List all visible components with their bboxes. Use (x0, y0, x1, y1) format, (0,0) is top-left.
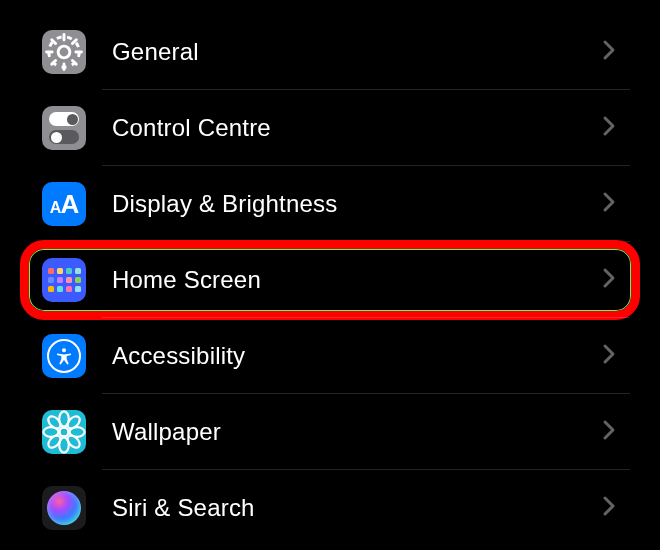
chevron-right-icon (602, 39, 616, 65)
chevron-right-icon (602, 115, 616, 141)
control-centre-icon (42, 106, 86, 150)
gear-icon (42, 30, 86, 74)
row-label: Home Screen (112, 266, 602, 294)
settings-row-general[interactable]: General (30, 14, 630, 90)
accessibility-icon (42, 334, 86, 378)
row-label: Display & Brightness (112, 190, 602, 218)
settings-row-control-centre[interactable]: Control Centre (30, 90, 630, 166)
settings-list: General Control Centre AA (30, 14, 630, 546)
siri-icon (42, 486, 86, 530)
row-label: Siri & Search (112, 494, 602, 522)
flower-icon (42, 410, 86, 454)
svg-point-0 (58, 46, 70, 58)
row-label: Wallpaper (112, 418, 602, 446)
text-size-icon: AA (42, 182, 86, 226)
svg-point-3 (60, 428, 69, 437)
chevron-right-icon (602, 495, 616, 521)
settings-row-wallpaper[interactable]: Wallpaper (30, 394, 630, 470)
row-label: General (112, 38, 602, 66)
row-label: Accessibility (112, 342, 602, 370)
row-label: Control Centre (112, 114, 602, 142)
home-grid-icon (42, 258, 86, 302)
settings-row-display-brightness[interactable]: AA Display & Brightness (30, 166, 630, 242)
settings-row-siri-search[interactable]: Siri & Search (30, 470, 630, 546)
chevron-right-icon (602, 343, 616, 369)
svg-point-2 (62, 348, 66, 352)
chevron-right-icon (602, 419, 616, 445)
chevron-right-icon (602, 267, 616, 293)
settings-row-home-screen[interactable]: Home Screen (30, 242, 630, 318)
settings-row-accessibility[interactable]: Accessibility (30, 318, 630, 394)
chevron-right-icon (602, 191, 616, 217)
